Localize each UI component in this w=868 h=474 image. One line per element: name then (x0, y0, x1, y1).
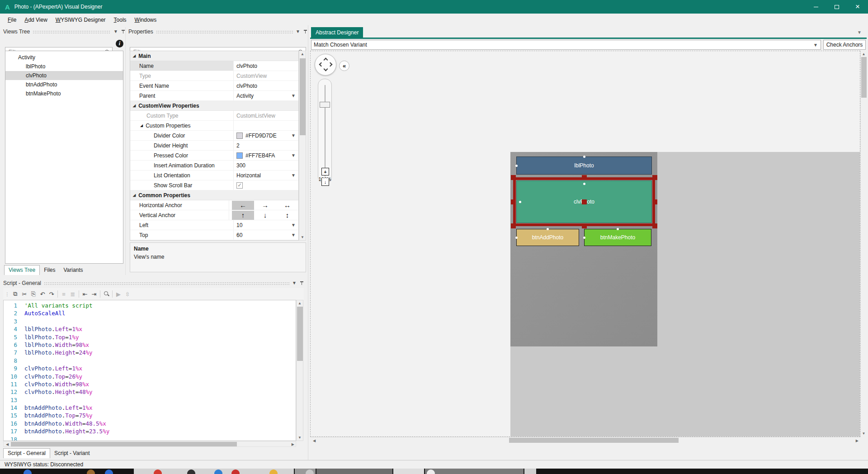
code-line[interactable]: 1'All variants script (4, 302, 296, 309)
property-row-divider-height[interactable]: Divider Height2 (130, 141, 298, 151)
property-value[interactable]: clvPhoto (234, 61, 298, 71)
pan-right-icon[interactable] (328, 62, 333, 67)
tree-item-btnAddPhoto[interactable]: btnAddPhoto (5, 80, 123, 89)
designer-view-lblPhoto[interactable]: lblPhoto (516, 156, 652, 175)
property-row-horizontal-anchor[interactable]: Horizontal Anchor←→↔ (130, 200, 298, 210)
collapse-triangle-icon[interactable]: ◢ (140, 123, 143, 128)
code-line[interactable]: 11clvPhoto.Width=98%x (4, 380, 296, 388)
scrollbar-thumb[interactable] (861, 57, 867, 98)
property-row-custom-properties[interactable]: ◢Custom Properties (130, 121, 298, 131)
find-icon[interactable] (102, 290, 111, 298)
tree-item-btnMakePhoto[interactable]: btnMakePhoto (5, 89, 123, 98)
collapse-triangle-icon[interactable]: ◢ (133, 193, 136, 197)
tab-script-general[interactable]: Script - General (3, 448, 50, 458)
property-value[interactable]: ✓ (234, 180, 298, 190)
selection-handle[interactable] (652, 199, 657, 204)
fit-screen-icon[interactable]: + (321, 168, 329, 175)
property-value[interactable]: Horizontal▼ (234, 171, 298, 180)
minimize-button[interactable] (806, 0, 826, 14)
chevron-down-icon[interactable]: ▼ (291, 223, 296, 228)
chevron-down-icon[interactable]: ▼ (291, 173, 296, 178)
checkbox[interactable]: ✓ (236, 182, 243, 189)
code-line[interactable]: 2AutoScaleAll (4, 309, 296, 317)
format-left-icon[interactable]: ≡ (59, 291, 68, 298)
property-group-customview-properties[interactable]: ◢CustomView Properties (130, 101, 298, 111)
tree-item-clvPhoto[interactable]: clvPhoto (5, 71, 123, 80)
anchor-option-icon[interactable]: ← (232, 201, 254, 210)
selection-handle[interactable] (652, 223, 657, 228)
variant-dropdown[interactable]: Match Chosen Variant ▼ (311, 40, 821, 50)
code-line[interactable]: 18 (4, 436, 296, 441)
anchor-option-icon[interactable]: ↓ (254, 211, 276, 220)
property-row-show-scroll-bar[interactable]: Show Scroll Bar✓ (130, 180, 298, 190)
property-row-list-orientation[interactable]: List OrientationHorizontal▼ (130, 171, 298, 180)
code-line[interactable]: 17btnAddPhoto.Height=23.5%y (4, 427, 296, 435)
property-value[interactable] (234, 121, 298, 130)
selection-handle[interactable] (582, 199, 587, 204)
redo-icon[interactable]: ↷ (47, 291, 56, 298)
code-vscrollbar[interactable]: ▲ ▼ (296, 300, 303, 441)
property-value[interactable]: Activity▼ (234, 91, 298, 100)
code-line[interactable]: 12clvPhoto.Height=48%y (4, 388, 296, 396)
scrollbar-thumb[interactable] (11, 442, 237, 446)
tab-abstract-designer[interactable]: Abstract Designer (311, 27, 363, 38)
info-icon[interactable]: i (116, 40, 123, 47)
splitter[interactable] (125, 27, 126, 275)
property-row-insert-animation-duration[interactable]: Insert Animation Duration300 (130, 161, 298, 171)
property-value[interactable]: CustomView (234, 71, 298, 81)
designer-view-btnAddPhoto[interactable]: btnAddPhoto (516, 229, 579, 246)
collapse-triangle-icon[interactable]: ◢ (133, 54, 136, 58)
toolbar-grip[interactable]: ⋮ (5, 292, 9, 297)
selection-handle[interactable] (582, 175, 587, 180)
code-editor[interactable]: 1'All variants script2AutoScaleAll34lblP… (3, 300, 296, 441)
designer-vscrollbar[interactable]: ▲ ▼ (860, 51, 867, 437)
zoom-slider-thumb[interactable] (320, 102, 330, 108)
close-button[interactable]: × (847, 0, 868, 14)
taskbar-app-icon[interactable] (105, 469, 113, 474)
panel-menu-icon[interactable]: ▼ (857, 30, 862, 35)
code-line[interactable]: 16btnAddPhoto.Width=48.5%x (4, 420, 296, 427)
tab-views-tree[interactable]: Views Tree (4, 265, 40, 275)
splitter[interactable] (308, 25, 308, 460)
pin-icon[interactable] (300, 281, 304, 285)
code-line[interactable]: 3 (4, 318, 296, 325)
property-group-main[interactable]: ◢Main (130, 51, 298, 61)
code-line[interactable]: 14btnAddPhoto.Left=1%x (4, 404, 296, 412)
menu-item-file[interactable]: File (4, 15, 20, 25)
collapse-triangle-icon[interactable]: ◢ (133, 104, 136, 108)
chevron-down-icon[interactable]: ▼ (291, 232, 296, 237)
collapse-button[interactable]: « (339, 61, 349, 71)
cut-icon[interactable]: ✂ (20, 291, 29, 298)
property-row-top[interactable]: Top60▼ (130, 230, 298, 240)
property-group-common-properties[interactable]: ◢Common Properties (130, 190, 298, 200)
property-row-vertical-anchor[interactable]: Vertical Anchor↑↓↕ (130, 210, 298, 220)
panel-menu-icon[interactable]: ▼ (113, 29, 118, 34)
pan-left-icon[interactable] (319, 62, 324, 67)
code-line[interactable]: 15btnAddPhoto.Top=75%y (4, 412, 296, 419)
property-value[interactable]: 60▼ (234, 230, 298, 240)
property-row-divider-color[interactable]: Divider Color#FFD9D7DE▼ (130, 131, 298, 141)
property-value[interactable]: #FFD9D7DE▼ (234, 131, 298, 140)
taskbar-window-group[interactable] (524, 469, 536, 474)
property-value[interactable]: ↑↓↕ (229, 210, 298, 220)
taskbar-window-group[interactable] (425, 469, 524, 474)
menu-item-windows[interactable]: Windows (131, 15, 161, 25)
taskbar-window-group[interactable] (316, 469, 392, 474)
code-line[interactable]: 13 (4, 396, 296, 404)
selection-handle[interactable] (511, 223, 516, 228)
tab-variants[interactable]: Variants (59, 265, 87, 275)
anchor-option-icon[interactable]: → (254, 201, 276, 210)
tree-item-Activity[interactable]: Activity (5, 53, 123, 62)
anchor-option-icon[interactable]: ↔ (276, 201, 298, 210)
property-value[interactable]: ←→↔ (229, 200, 298, 210)
check-anchors-button[interactable]: Check Anchors (823, 40, 866, 50)
property-row-type[interactable]: TypeCustomView (130, 71, 298, 81)
selection-handle[interactable] (511, 199, 516, 204)
designer-hscrollbar[interactable]: ◀ ▶ (310, 437, 860, 443)
anchor-option-icon[interactable]: ↕ (276, 211, 298, 220)
property-value[interactable]: CustomListView (234, 111, 298, 120)
anchor-option-icon[interactable]: ↑ (232, 211, 254, 220)
designer-view-btnMakePhoto[interactable]: btnMakePhoto (584, 229, 651, 246)
property-value[interactable]: #FF7EB4FA▼ (234, 151, 298, 160)
pin-icon[interactable] (121, 29, 125, 34)
